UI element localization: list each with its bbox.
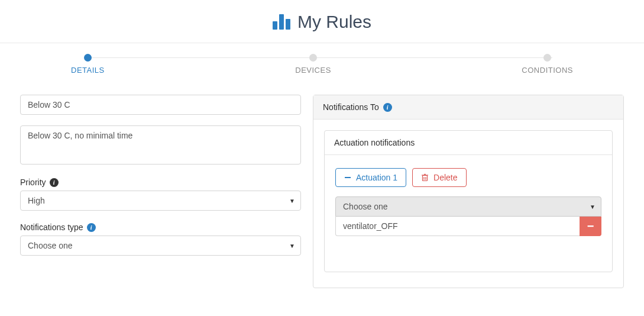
info-icon[interactable]: i (87, 223, 96, 232)
trash-icon (421, 173, 429, 182)
notifications-type-label: Notifications type (20, 223, 83, 232)
svg-rect-0 (345, 177, 351, 178)
page-title: My Rules (297, 12, 371, 32)
info-icon[interactable]: i (50, 178, 59, 187)
svg-rect-1 (423, 176, 428, 181)
notifications-type-select[interactable]: Choose one (20, 236, 301, 256)
actuation-panel: Actuation notifications Actuation 1 (324, 130, 613, 272)
priority-select[interactable]: High (20, 191, 301, 211)
info-icon[interactable]: i (383, 103, 392, 112)
minus-icon: − (587, 220, 594, 232)
page-header: My Rules (0, 0, 644, 43)
step-details[interactable]: DETAILS (71, 54, 105, 75)
actuation-type-select[interactable]: Choose one (335, 196, 601, 217)
wizard-stepper: DETAILS DEVICES CONDITIONS (0, 43, 644, 82)
rule-name-input[interactable] (20, 95, 301, 115)
step-conditions[interactable]: CONDITIONS (522, 54, 573, 75)
step-dot-icon (309, 54, 317, 62)
page-title-wrapper: My Rules (273, 12, 371, 32)
step-dot-icon (84, 54, 92, 62)
right-column: Notifications To i Actuation notificatio… (313, 95, 624, 288)
main-content: Below 30 C, no minimal time Priority i H… (0, 82, 644, 298)
step-label: DEVICES (295, 66, 331, 75)
notifications-type-label-row: Notifications type i (20, 223, 301, 232)
actuation-header: Actuation notifications (325, 131, 612, 155)
notifications-to-body: Actuation notifications Actuation 1 (313, 120, 623, 288)
rule-description-input[interactable]: Below 30 C, no minimal time (20, 125, 301, 165)
notifications-to-title: Notifications To (323, 102, 379, 112)
step-dot-icon (543, 54, 551, 62)
delete-button[interactable]: Delete (412, 168, 466, 187)
remove-item-button[interactable]: − (580, 217, 601, 236)
actuation-item-row: − (335, 217, 601, 236)
actuation-button-row: Actuation 1 (335, 168, 601, 187)
notifications-to-panel: Notifications To i Actuation notificatio… (313, 95, 624, 288)
step-devices[interactable]: DEVICES (295, 54, 331, 75)
actuation-title: Actuation notifications (334, 138, 415, 147)
minus-icon (344, 174, 351, 181)
notifications-to-header: Notifications To i (313, 95, 623, 120)
step-label: CONDITIONS (522, 66, 573, 75)
actuation-item-input[interactable] (335, 217, 580, 236)
actuation-tab-button[interactable]: Actuation 1 (335, 168, 406, 187)
step-label: DETAILS (71, 66, 105, 75)
delete-label: Delete (433, 173, 457, 182)
priority-label: Priority (20, 178, 46, 187)
priority-label-row: Priority i (20, 178, 301, 187)
actuation-body: Actuation 1 (325, 155, 612, 272)
left-column: Below 30 C, no minimal time Priority i H… (20, 95, 301, 288)
bar-chart-icon (273, 14, 290, 30)
actuation-tab-label: Actuation 1 (356, 173, 397, 182)
